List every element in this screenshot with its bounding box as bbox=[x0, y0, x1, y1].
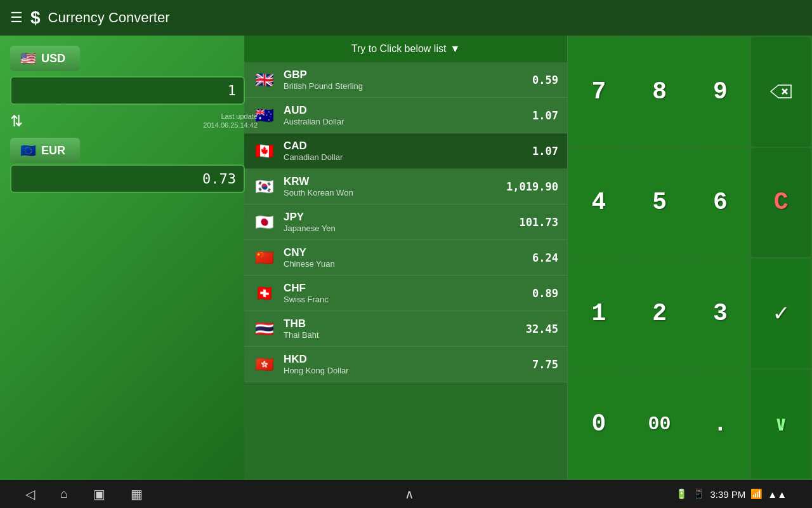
currency-name: Canadian Dollar bbox=[284, 152, 532, 162]
numpad-btn-5[interactable]: 5 bbox=[630, 148, 690, 258]
currency-code: AUD bbox=[284, 104, 532, 117]
currency-flag: 🇰🇷 bbox=[253, 178, 276, 196]
numpad-btn-down[interactable]: ∨ bbox=[751, 370, 811, 479]
currency-flag: 🇭🇰 bbox=[253, 356, 276, 373]
currency-name: South Korean Won bbox=[284, 188, 506, 197]
currency-code: CHF bbox=[284, 282, 532, 295]
main-content: 🇺🇸 USD ⇅ Last update 2014.06.25.14:42 🇪🇺… bbox=[0, 36, 812, 480]
currency-code: CNY bbox=[284, 246, 532, 259]
currency-info: CHF Swiss Franc bbox=[284, 282, 532, 304]
numpad-btn-00[interactable]: 00 bbox=[630, 370, 690, 479]
wifi-icon: 📶 bbox=[750, 488, 763, 500]
from-amount-input[interactable] bbox=[10, 76, 245, 105]
numpad-btn-3[interactable]: 3 bbox=[691, 258, 750, 368]
numpad-btn-dot[interactable]: . bbox=[691, 370, 750, 479]
currency-rate: 1.07 bbox=[532, 109, 558, 122]
currency-row[interactable]: 🇬🇧 GBP British Pound Sterling 0.59 bbox=[244, 62, 567, 98]
numpad-btn-backspace[interactable] bbox=[751, 37, 811, 147]
numpad-btn-enter[interactable]: ✓ bbox=[751, 258, 811, 368]
recent-button[interactable]: ▣ bbox=[93, 486, 105, 502]
currency-info: THB Thai Baht bbox=[284, 318, 526, 340]
currency-code: THB bbox=[284, 318, 526, 330]
currency-code: CAD bbox=[284, 140, 532, 152]
from-currency-button[interactable]: 🇺🇸 USD bbox=[10, 46, 80, 71]
top-bar: ☰ $ Currency Converter bbox=[0, 0, 812, 36]
currency-flag: 🇨🇦 bbox=[253, 142, 276, 160]
from-currency-code: USD bbox=[41, 52, 65, 65]
numpad-btn-4[interactable]: 4 bbox=[569, 148, 629, 258]
currency-row[interactable]: 🇨🇭 CHF Swiss Franc 0.89 bbox=[244, 276, 567, 311]
menu-icon[interactable]: ☰ bbox=[10, 10, 23, 26]
time-display: 3:39 PM bbox=[710, 489, 745, 500]
currency-info: CAD Canadian Dollar bbox=[284, 140, 532, 162]
swap-button[interactable]: ⇅ bbox=[10, 112, 23, 130]
currency-code: JPY bbox=[284, 211, 520, 224]
currency-code: GBP bbox=[284, 69, 532, 81]
battery-icon: 🔋 bbox=[676, 488, 688, 500]
up-button[interactable]: ∧ bbox=[405, 486, 414, 502]
currency-name: Australian Dollar bbox=[284, 117, 532, 126]
currency-row[interactable]: 🇰🇷 KRW South Korean Won 1,019.90 bbox=[244, 169, 567, 204]
currency-name: Swiss Franc bbox=[284, 295, 532, 304]
currency-info: KRW South Korean Won bbox=[284, 175, 506, 197]
numpad-btn-6[interactable]: 6 bbox=[691, 148, 750, 258]
currency-row[interactable]: 🇦🇺 AUD Australian Dollar 1.07 bbox=[244, 98, 567, 133]
currency-name: Thai Baht bbox=[284, 330, 526, 340]
currency-row[interactable]: 🇭🇰 HKD Hong Kong Dollar 7.75 bbox=[244, 347, 567, 382]
currency-code: HKD bbox=[284, 353, 532, 366]
numpad-btn-2[interactable]: 2 bbox=[630, 258, 690, 368]
result-display: 0.73 bbox=[10, 164, 245, 193]
currency-row[interactable]: 🇯🇵 JPY Japanese Yen 101.73 bbox=[244, 204, 567, 240]
currency-rate: 0.89 bbox=[532, 287, 558, 300]
currency-info: AUD Australian Dollar bbox=[284, 104, 532, 126]
numpad-btn-0[interactable]: 0 bbox=[569, 370, 629, 479]
home-button[interactable]: ⌂ bbox=[60, 486, 68, 502]
numpad-btn-9[interactable]: 9 bbox=[691, 37, 750, 147]
currency-info: GBP British Pound Sterling bbox=[284, 69, 532, 91]
qr-button[interactable]: ▦ bbox=[131, 486, 143, 502]
currency-name: Hong Kong Dollar bbox=[284, 366, 532, 375]
currency-rows-container: 🇬🇧 GBP British Pound Sterling 0.59 🇦🇺 AU… bbox=[244, 62, 567, 382]
currency-rate: 0.59 bbox=[532, 74, 558, 86]
currency-rate: 1,019.90 bbox=[506, 180, 558, 193]
app-title: Currency Converter bbox=[48, 10, 170, 26]
currency-info: HKD Hong Kong Dollar bbox=[284, 353, 532, 375]
sim-icon: 📱 bbox=[693, 488, 705, 500]
last-update-date: 2014.06.25.14:42 bbox=[23, 121, 258, 129]
from-flag: 🇺🇸 bbox=[20, 51, 36, 66]
numpad-btn-1[interactable]: 1 bbox=[569, 258, 629, 368]
currency-rate: 1.07 bbox=[532, 145, 558, 157]
bottom-bar: ◁ ⌂ ▣ ▦ ∧ 🔋 📱 3:39 PM 📶 ▲▲ bbox=[0, 480, 812, 508]
currency-name: British Pound Sterling bbox=[284, 81, 532, 91]
currency-row[interactable]: 🇨🇦 CAD Canadian Dollar 1.07 bbox=[244, 133, 567, 169]
numpad-btn-7[interactable]: 7 bbox=[569, 37, 629, 147]
dollar-icon: $ bbox=[30, 8, 41, 28]
currency-flag: 🇨🇭 bbox=[253, 284, 276, 302]
numpad-btn-8[interactable]: 8 bbox=[630, 37, 690, 147]
to-currency-code: EUR bbox=[41, 144, 65, 157]
status-bar: 🔋 📱 3:39 PM 📶 ▲▲ bbox=[676, 488, 787, 500]
list-header: Try to Click below list ▼ bbox=[244, 36, 567, 62]
numpad-btn-clear[interactable]: C bbox=[751, 148, 811, 258]
currency-list: Try to Click below list ▼ 🇬🇧 GBP British… bbox=[244, 36, 568, 480]
left-panel: 🇺🇸 USD ⇅ Last update 2014.06.25.14:42 🇪🇺… bbox=[0, 36, 244, 480]
currency-row[interactable]: 🇨🇳 CNY Chinese Yuan 6.24 bbox=[244, 240, 567, 276]
to-currency-button[interactable]: 🇪🇺 EUR bbox=[10, 138, 80, 163]
currency-rate: 7.75 bbox=[532, 358, 558, 371]
last-update-label: Last update bbox=[23, 112, 258, 120]
back-button[interactable]: ◁ bbox=[25, 486, 35, 502]
currency-rate: 6.24 bbox=[532, 251, 558, 264]
currency-flag: 🇯🇵 bbox=[253, 213, 276, 231]
currency-row[interactable]: 🇹🇭 THB Thai Baht 32.45 bbox=[244, 311, 567, 347]
currency-flag: 🇨🇳 bbox=[253, 249, 276, 267]
currency-flag: 🇬🇧 bbox=[253, 71, 276, 89]
currency-info: CNY Chinese Yuan bbox=[284, 246, 532, 269]
currency-name: Japanese Yen bbox=[284, 224, 520, 233]
currency-info: JPY Japanese Yen bbox=[284, 211, 520, 233]
numpad: 789 456C123✓000.∨ bbox=[568, 36, 812, 480]
currency-rate: 101.73 bbox=[520, 216, 558, 229]
to-flag: 🇪🇺 bbox=[20, 143, 36, 158]
list-header-text: Try to Click below list bbox=[351, 43, 447, 55]
currency-code: KRW bbox=[284, 175, 506, 188]
list-header-arrow: ▼ bbox=[450, 43, 460, 55]
